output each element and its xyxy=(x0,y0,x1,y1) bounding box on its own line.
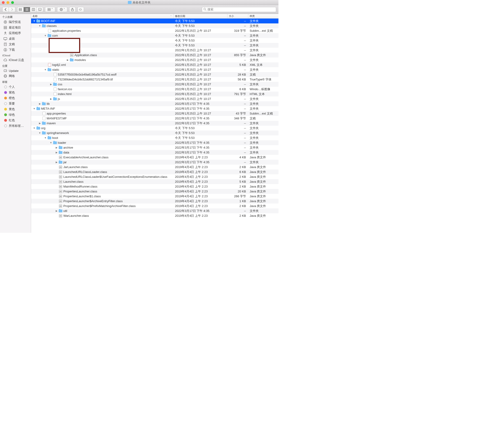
sidebar-tag[interactable]: 橙色 xyxy=(0,95,31,101)
sidebar-tag[interactable]: 所有标签… xyxy=(0,123,31,129)
disclosure-triangle-icon[interactable]: ▼ xyxy=(61,49,63,52)
disclosure-triangle-icon[interactable]: ▶ xyxy=(55,161,58,164)
window-zoom-button[interactable] xyxy=(11,1,14,4)
file-row[interactable]: ▶ css 2022年1月25日 上午 10:27 -- 文件夹 xyxy=(31,82,278,87)
file-row[interactable]: ▼ loader 2022年3月17日 下午 4:35 -- 文件夹 xyxy=(31,140,278,145)
column-header-name[interactable]: 名称⌃ xyxy=(31,14,174,18)
sidebar-item-network[interactable]: 网络 xyxy=(0,73,31,79)
sidebar-item-docs[interactable]: 文稿 xyxy=(0,41,31,47)
forward-button[interactable] xyxy=(9,7,15,12)
window-close-button[interactable] xyxy=(2,1,5,4)
view-list-button[interactable] xyxy=(24,7,30,12)
file-row[interactable]: ▼ static 2022年1月25日 上午 10:27 -- 文件夹 xyxy=(31,67,278,72)
search-field[interactable] xyxy=(202,7,276,12)
file-row[interactable]: ▶ data 2022年3月17日 下午 4:35 -- 文件夹 xyxy=(31,150,278,155)
disclosure-triangle-icon[interactable]: ▼ xyxy=(33,20,36,22)
sidebar-tag[interactable]: 个人 xyxy=(0,84,31,90)
file-row[interactable]: ▶ application.properties 2022年1月25日 上午 1… xyxy=(31,28,278,33)
rows-container[interactable]: ▼ BOOT-INF 今天 下午 5:53 -- 文件夹 ▼ classes 今… xyxy=(31,18,278,233)
disclosure-triangle-icon[interactable]: ▶ xyxy=(55,210,58,212)
file-row[interactable]: ▶ cls Application.class 2022年1月25日 上午 10… xyxy=(31,53,278,58)
disclosure-triangle-icon[interactable]: ▼ xyxy=(50,141,52,144)
disclosure-triangle-icon[interactable]: ▶ xyxy=(50,98,52,100)
sidebar-item-desktop[interactable]: 桌面 xyxy=(0,36,31,41)
file-row[interactable]: ▼ 今天 下午 5:53 -- 文件夹 xyxy=(31,43,278,48)
file-row[interactable]: ▶ MANIFEST.MF 2022年3月17日 下午 4:35 348 字节 … xyxy=(31,116,278,121)
file-row[interactable]: ▶ js 2022年1月25日 上午 10:27 -- 文件夹 xyxy=(31,96,278,101)
file-row[interactable]: ▶ cls PropertiesLauncher$1.class 2019年4月… xyxy=(31,194,278,199)
file-row[interactable]: ▶ favicon.ico 2022年1月25日 上午 10:27 6 KB W… xyxy=(31,87,278,92)
back-button[interactable] xyxy=(2,7,9,12)
disclosure-triangle-icon[interactable]: ▶ xyxy=(38,102,41,105)
file-row[interactable]: ▶ log4j2.xml 2022年1月25日 上午 10:27 5 KB XM… xyxy=(31,62,278,67)
disclosure-triangle-icon[interactable]: ▼ xyxy=(38,24,41,27)
column-header-kind[interactable]: 种类 xyxy=(248,14,278,18)
disclosure-triangle-icon[interactable]: ▼ xyxy=(33,127,36,129)
disclosure-triangle-icon[interactable]: ▶ xyxy=(66,59,69,61)
file-row[interactable]: ▼ classes 今天 下午 5:53 -- 文件夹 xyxy=(31,23,278,28)
file-row[interactable]: ▶ archive 2022年3月17日 下午 4:35 -- 文件夹 xyxy=(31,145,278,150)
disclosure-triangle-icon[interactable]: ▼ xyxy=(55,44,58,47)
file-row[interactable]: ▼ 2022年1月25日 上午 10:27 -- 文件夹 xyxy=(31,48,278,53)
file-row[interactable]: ▶ cls Launcher.class 2019年4月4日 上午 2:23 5… xyxy=(31,179,278,184)
disclosure-triangle-icon[interactable]: ▶ xyxy=(50,83,52,86)
file-row[interactable]: ▶ cls ExecutableArchiveLauncher.class 20… xyxy=(31,155,278,160)
file-row[interactable]: ▶ lib 2022年3月17日 下午 4:35 -- 文件夹 xyxy=(31,101,278,106)
file-row[interactable]: ▶ modules 2022年1月25日 上午 10:27 -- 文件夹 xyxy=(31,58,278,62)
window-minimize-button[interactable] xyxy=(6,1,9,4)
sidebar-tag[interactable]: 红色 xyxy=(0,117,31,123)
file-row[interactable]: ▶ cls MainMethodRunner.class 2019年4月4日 上… xyxy=(31,184,278,189)
file-row[interactable]: ▼ org 今天 下午 5:53 -- 文件夹 xyxy=(31,126,278,130)
file-row[interactable]: ▶ cls WarLauncher.class 2019年4月4日 上午 2:2… xyxy=(31,213,278,218)
file-row[interactable]: ▶ cls PropertiesLauncher$PrefixMatchingA… xyxy=(31,204,278,208)
disclosure-triangle-icon[interactable]: ▼ xyxy=(50,39,52,42)
tags-button[interactable] xyxy=(78,7,84,12)
search-input[interactable] xyxy=(207,8,275,11)
file-row[interactable]: ▶ index.html 2022年1月25日 上午 10:27 791 字节 … xyxy=(31,92,278,96)
arrange-button[interactable]: ˅ xyxy=(45,7,55,12)
disclosure-triangle-icon[interactable]: ▼ xyxy=(44,137,47,139)
disclosure-triangle-icon[interactable]: ▶ xyxy=(55,146,58,149)
sidebar-item-downloads[interactable]: 下载 xyxy=(0,47,31,53)
file-row[interactable]: ▶ cls LaunchedURLClassLoader$UseFastConn… xyxy=(31,174,278,179)
file-row[interactable]: ▼ springframework 今天 下午 5:53 -- 文件夹 xyxy=(31,130,278,135)
file-row[interactable]: ▶ cls PropertiesLauncher$ArchiveEntryFil… xyxy=(31,199,278,204)
file-row[interactable]: ▶ 535877f50039c0cb49a6196a5b7517cd.woff … xyxy=(31,72,278,77)
view-gallery-button[interactable] xyxy=(37,7,43,12)
share-button[interactable] xyxy=(69,7,76,12)
disclosure-triangle-icon[interactable]: ▼ xyxy=(33,107,36,110)
file-row[interactable]: ▼ META-INF 2022年3月17日 下午 4:35 -- 文件夹 xyxy=(31,106,278,111)
sidebar-item-recents[interactable]: 最近项目 xyxy=(0,25,31,30)
file-kind: 文件夹 xyxy=(248,34,278,38)
file-row[interactable]: ▶ cls LaunchedURLClassLoader.class 2019年… xyxy=(31,170,278,174)
view-icon-button[interactable] xyxy=(17,7,24,12)
disclosure-triangle-icon[interactable]: ▼ xyxy=(38,132,41,134)
file-row[interactable]: ▼ BOOT-INF 今天 下午 5:53 -- 文件夹 xyxy=(31,18,278,23)
disclosure-triangle-icon[interactable]: ▶ xyxy=(38,122,41,124)
file-row[interactable]: ▶ util 2022年3月17日 下午 4:35 -- 文件夹 xyxy=(31,208,278,213)
disclosure-triangle-icon[interactable]: ▼ xyxy=(44,34,47,37)
file-row[interactable]: ▶ cls PropertiesLauncher.class 2019年4月4日… xyxy=(31,189,278,194)
file-row[interactable]: ▼ 今天 下午 5:53 -- 文件夹 xyxy=(31,38,278,43)
file-row[interactable]: ▶ cls JarLauncher.class 2019年4月4日 上午 2:2… xyxy=(31,165,278,170)
column-header-size[interactable]: 大小 xyxy=(228,14,248,18)
disclosure-triangle-icon[interactable]: ▶ xyxy=(55,151,58,154)
sidebar-item-cloud[interactable]: iCloud 云盘 xyxy=(0,57,31,63)
file-row[interactable]: ▶ app.properties 2022年1月25日 上午 10:27 43 … xyxy=(31,111,278,116)
action-button[interactable]: ˅ xyxy=(57,7,67,12)
file-row[interactable]: ▶ 732389ded34cb9c52dd88271f1345af9.ttf 2… xyxy=(31,77,278,82)
view-column-button[interactable] xyxy=(30,7,37,12)
file-row[interactable]: ▶ maven 2022年3月17日 下午 4:35 -- 文件夹 xyxy=(31,121,278,126)
column-header-date[interactable]: 修改日期 xyxy=(174,14,228,18)
sidebar-item-disk[interactable]: Update xyxy=(0,68,31,73)
sidebar-tag[interactable]: 绿色 xyxy=(0,112,31,117)
sidebar-item-airdrop[interactable]: 隔空投送 xyxy=(0,19,31,25)
file-row[interactable]: ▶ jar 2022年3月17日 下午 4:35 -- 文件夹 xyxy=(31,160,278,165)
file-row[interactable]: ▼ boot 今天 下午 5:53 -- 文件夹 xyxy=(31,135,278,140)
sidebar-tag[interactable]: 重要 xyxy=(0,101,31,106)
sidebar-tag[interactable]: 紫色 xyxy=(0,90,31,95)
sidebar-item-apps[interactable]: 应用程序 xyxy=(0,30,31,36)
sidebar-tag[interactable]: 黄色 xyxy=(0,106,31,112)
file-row[interactable]: ▼ com 今天 下午 5:53 -- 文件夹 xyxy=(31,33,278,38)
disclosure-triangle-icon[interactable]: ▼ xyxy=(44,68,47,71)
